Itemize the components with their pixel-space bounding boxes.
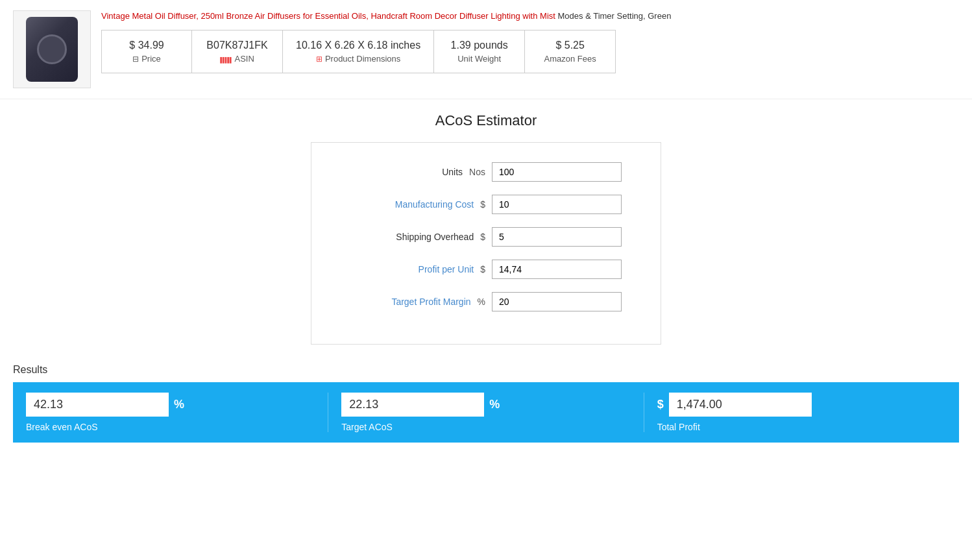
weight-label: Unit Weight (447, 54, 511, 64)
results-section: Results % Break even ACoS % Target ACoS … (0, 358, 972, 456)
break-even-label: Break even ACoS (26, 422, 315, 432)
profit-label: Profit per Unit (383, 264, 474, 274)
divider-2 (644, 393, 644, 432)
fees-label: Amazon Fees (538, 54, 602, 64)
fees-value: $ 5.25 (538, 40, 602, 51)
manufacturing-label: Manufacturing Cost (383, 199, 474, 210)
target-acos-input-row: % (341, 393, 630, 417)
asin-value: B07K87J1FK (205, 40, 269, 51)
profit-input[interactable] (492, 260, 622, 279)
product-image (13, 10, 91, 88)
price-card: $ 34.99 Price (101, 30, 192, 73)
units-input[interactable] (492, 162, 622, 182)
profit-row: Profit per Unit $ (350, 260, 622, 279)
break-even-item: % Break even ACoS (26, 393, 315, 432)
price-value: $ 34.99 (115, 40, 178, 51)
results-bar: % Break even ACoS % Target ACoS $ Total … (13, 382, 959, 443)
margin-prefix: % (478, 297, 485, 307)
fees-card: $ 5.25 Amazon Fees (525, 30, 616, 73)
total-profit-input-row: $ (657, 393, 946, 417)
break-even-input[interactable] (26, 393, 169, 417)
asin-label: ASIN (205, 54, 269, 64)
break-even-suffix: % (174, 398, 184, 411)
dimensions-value: 10.16 X 6.26 X 6.18 inches (296, 40, 420, 51)
asin-card: B07K87J1FK ASIN (192, 30, 283, 73)
price-icon (132, 54, 139, 64)
manufacturing-row: Manufacturing Cost $ (350, 195, 622, 214)
price-label: Price (115, 54, 178, 64)
total-profit-label: Total Profit (657, 422, 946, 432)
product-info: Vintage Metal Oil Diffuser, 250ml Bronze… (101, 10, 959, 73)
product-title: Vintage Metal Oil Diffuser, 250ml Bronze… (101, 10, 959, 22)
break-even-input-row: % (26, 393, 315, 417)
estimator-box: Units Nos Manufacturing Cost $ Shipping … (311, 142, 661, 345)
product-meta: $ 34.99 Price B07K87J1FK ASIN 10.16 X 6.… (101, 30, 959, 73)
manufacturing-prefix: $ (480, 199, 485, 210)
profit-prefix: $ (480, 264, 485, 274)
target-acos-label: Target ACoS (341, 422, 630, 432)
margin-label: Target Profit Margin (380, 297, 471, 307)
target-acos-suffix: % (489, 398, 500, 411)
total-profit-item: $ Total Profit (657, 393, 946, 432)
target-acos-input[interactable] (341, 393, 484, 417)
units-row: Units Nos (350, 162, 622, 182)
margin-row: Target Profit Margin % (350, 292, 622, 311)
estimator-title: ACoS Estimator (13, 112, 959, 129)
units-prefix: Nos (469, 167, 485, 177)
estimator-section: ACoS Estimator Units Nos Manufacturing C… (0, 99, 972, 358)
product-thumbnail (26, 17, 78, 82)
shipping-label: Shipping Overhead (383, 232, 474, 242)
target-acos-item: % Target ACoS (341, 393, 630, 432)
weight-card: 1.39 pounds Unit Weight (434, 30, 525, 73)
barcode-icon (220, 54, 232, 64)
results-title: Results (13, 364, 959, 376)
total-profit-prefix: $ (657, 398, 664, 411)
units-label: Units (372, 167, 463, 177)
shipping-input[interactable] (492, 227, 622, 247)
manufacturing-input[interactable] (492, 195, 622, 214)
product-header: Vintage Metal Oil Diffuser, 250ml Bronze… (0, 0, 972, 99)
dimensions-icon (316, 54, 322, 64)
dimensions-label: Product Dimensions (296, 54, 420, 64)
weight-value: 1.39 pounds (447, 40, 511, 51)
dimensions-card: 10.16 X 6.26 X 6.18 inches Product Dimen… (283, 30, 434, 73)
margin-input[interactable] (492, 292, 622, 311)
total-profit-input[interactable] (669, 393, 812, 417)
divider-1 (328, 393, 328, 432)
shipping-prefix: $ (480, 232, 485, 242)
shipping-row: Shipping Overhead $ (350, 227, 622, 247)
